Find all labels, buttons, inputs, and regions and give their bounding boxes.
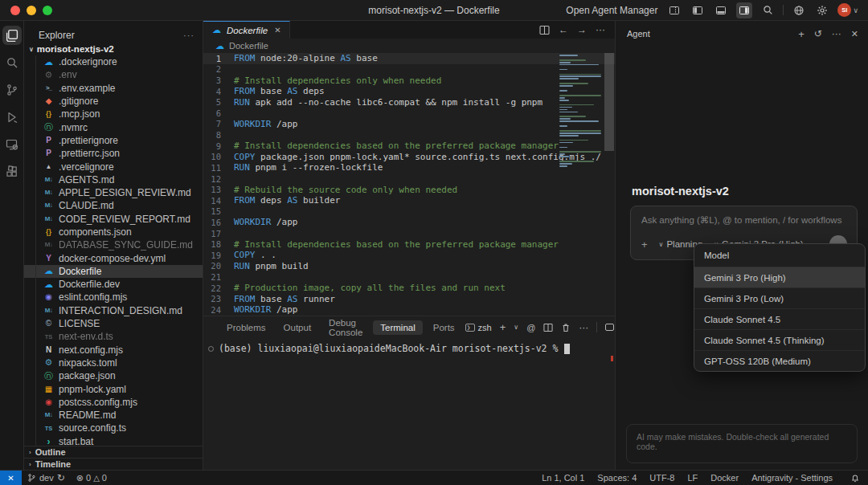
code-line[interactable]: 15 (203, 206, 615, 218)
file-row[interactable]: pnpm-lock.yaml (24, 382, 203, 395)
file-row[interactable]: eslint.config.mjs (24, 291, 203, 304)
code-line[interactable]: 23 FROM base AS runner (203, 293, 615, 304)
code-line[interactable]: 5 RUN apk add --no-cache libc6-compat &&… (203, 96, 615, 108)
code-line[interactable]: 24 WORKDIR /app (203, 304, 615, 316)
editor-more-actions-icon[interactable]: ··· (596, 24, 605, 35)
file-row[interactable]: nixpacks.toml (24, 357, 203, 369)
code-line[interactable]: 4 FROM base AS deps (203, 86, 615, 97)
navigate-forward-icon[interactable]: → (577, 24, 587, 35)
code-line[interactable]: 9 # Install dependencies based on the pr… (203, 141, 615, 152)
status-item[interactable]: UTF-8 (644, 471, 680, 485)
editor-scrollbar[interactable] (604, 53, 615, 316)
toggle-secondary-sidebar-icon[interactable] (736, 2, 752, 18)
model-option[interactable]: Gemini 3 Pro (Low) (694, 287, 865, 308)
run-debug-icon[interactable] (2, 108, 22, 127)
split-terminal-icon[interactable] (543, 323, 553, 332)
root-folder-row[interactable]: ∨ morisot-nextjs-v2 (24, 43, 203, 55)
status-item[interactable]: Ln 1, Col 1 (536, 471, 590, 485)
code-line[interactable]: 18 # Install dependencies based on the p… (203, 238, 615, 250)
file-row[interactable]: next.config.mjs (24, 344, 203, 357)
open-agent-manager-button[interactable]: Open Agent Manager (566, 5, 657, 16)
code-line[interactable]: 10 COPY package.json pnpm-lock.yaml* sou… (203, 151, 615, 162)
gear-icon[interactable] (814, 2, 830, 18)
file-row[interactable]: README.md (24, 409, 203, 422)
file-row[interactable]: LICENSE (24, 317, 203, 330)
file-row[interactable]: .vercelignore (24, 160, 203, 173)
minimize-window-button[interactable] (27, 6, 36, 15)
file-row[interactable]: components.json (24, 226, 203, 238)
scrollbar-thumb[interactable] (604, 53, 614, 151)
file-row[interactable]: postcss.config.mjs (24, 396, 203, 409)
file-row[interactable]: docker-compose-dev.yml (24, 251, 203, 264)
file-row[interactable]: CODE_REVIEW_REPORT.md (24, 213, 203, 226)
file-row[interactable]: source.config.ts (24, 422, 203, 434)
new-chat-icon[interactable]: + (798, 28, 805, 40)
file-row[interactable]: .prettierrc.json (24, 147, 203, 160)
status-item[interactable]: Antigravity - Settings (746, 471, 838, 485)
mention-icon[interactable]: @ (526, 323, 535, 332)
code-line[interactable]: 7 WORKDIR /app (203, 119, 615, 130)
breadcrumb-item[interactable]: Dockerfile (229, 41, 268, 51)
status-item[interactable]: Docker (705, 471, 744, 485)
panel-tab[interactable]: Problems (219, 320, 273, 335)
model-option[interactable]: Claude Sonnet 4.5 (694, 308, 865, 329)
panel-tab[interactable]: Ports (426, 320, 462, 335)
problems-indicator[interactable]: ⊗ 0 △ 0 (71, 471, 113, 485)
code-line[interactable]: 14 FROM deps AS builder (203, 195, 615, 206)
file-row[interactable]: package.json (24, 369, 203, 382)
file-row[interactable]: .gitignore (24, 95, 203, 108)
code-line[interactable]: 11 RUN pnpm i --frozen-lockfile (203, 162, 615, 173)
code-line[interactable]: 13 # Rebuild the source code only when n… (203, 184, 615, 195)
browser-icon[interactable] (791, 2, 807, 18)
breadcrumb[interactable]: Dockerfile (203, 39, 615, 53)
file-row[interactable]: start.bat (24, 435, 203, 446)
code-line[interactable]: 6 (203, 108, 615, 119)
file-row[interactable]: Dockerfile (24, 265, 203, 278)
sync-icon[interactable]: ↻ (57, 472, 65, 483)
explorer-more-actions[interactable]: ··· (183, 31, 194, 40)
shell-selector[interactable]: ❯ zsh (465, 323, 492, 332)
code-line[interactable]: 19 COPY . . (203, 250, 615, 261)
close-icon[interactable]: ✕ (274, 26, 280, 35)
panel-tab[interactable]: Debug Console (321, 316, 370, 340)
agent-more-actions-icon[interactable]: ··· (832, 28, 841, 39)
file-row[interactable]: .prettierignore (24, 134, 203, 147)
file-row[interactable]: AGENTS.md (24, 173, 203, 186)
code-editor[interactable]: 1 FROM node:20-alpine AS base 2 3 # Inst… (203, 53, 615, 316)
minimap[interactable] (559, 55, 603, 168)
kill-terminal-icon[interactable] (561, 323, 571, 332)
file-row[interactable]: APPLE_DESIGN_REVIEW.md (24, 186, 203, 199)
notifications-bell-icon[interactable] (845, 471, 868, 485)
code-line[interactable]: 3 # Install dependencies only when neede… (203, 75, 615, 86)
search-sidebar-icon[interactable] (2, 53, 22, 72)
attach-icon[interactable]: + (641, 238, 648, 251)
code-line[interactable]: 21 (203, 271, 615, 283)
code-line[interactable]: 16 WORKDIR /app (203, 217, 615, 228)
toggle-panel-icon[interactable] (713, 2, 729, 18)
code-line[interactable]: 8 (203, 129, 615, 141)
remote-indicator[interactable]: ✕ (0, 471, 22, 485)
status-item[interactable]: Spaces: 4 (592, 471, 642, 485)
model-option[interactable]: Claude Sonnet 4.5 (Thinking) (694, 329, 865, 350)
code-line[interactable]: 1 FROM node:20-alpine AS base (203, 53, 615, 64)
sidebar-section-header[interactable]: › Outline (24, 446, 203, 458)
panel-more-actions-icon[interactable]: ··· (579, 322, 588, 333)
file-row[interactable]: CLAUDE.md (24, 199, 203, 212)
history-icon[interactable]: ↺ (814, 28, 822, 39)
close-window-button[interactable] (10, 6, 20, 15)
extensions-icon[interactable] (2, 162, 22, 181)
navigate-back-icon[interactable]: ← (559, 24, 568, 35)
model-option[interactable]: Gemini 3 Pro (High) (694, 267, 865, 287)
file-row[interactable]: .mcp.json (24, 108, 203, 120)
split-editor-icon[interactable] (539, 25, 550, 35)
file-row[interactable]: next-env.d.ts (24, 330, 203, 343)
toggle-primary-sidebar-icon[interactable] (690, 2, 706, 18)
model-option[interactable]: GPT-OSS 120B (Medium) (694, 350, 865, 371)
customize-layout-icon[interactable] (666, 2, 682, 18)
terminal[interactable]: (base) liuxiaopai@liuxiaopaideMacBook-Ai… (203, 338, 615, 470)
file-row[interactable]: .dockerignore (24, 55, 203, 68)
branch-indicator[interactable]: dev ↻ (22, 471, 71, 485)
maximize-panel-icon[interactable] (605, 324, 614, 331)
search-icon[interactable] (760, 2, 776, 18)
terminal-profile-chevron-icon[interactable]: ∨ (514, 324, 518, 331)
